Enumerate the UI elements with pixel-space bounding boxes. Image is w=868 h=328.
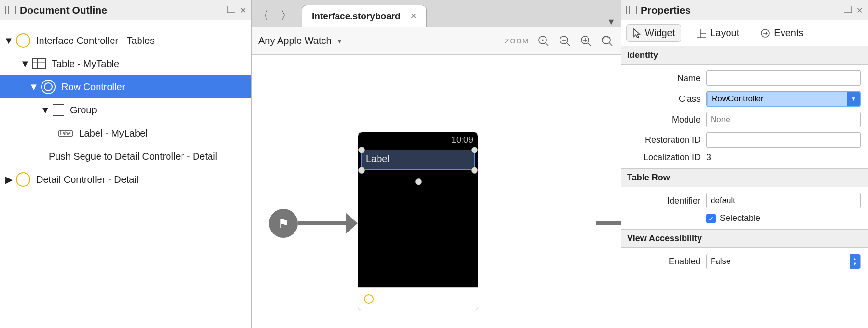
- tree-group[interactable]: ▼ Group: [0, 98, 251, 122]
- segue-arrowhead: [346, 213, 358, 233]
- tree-detail-controller[interactable]: ▶ Detail Controller - Detail: [0, 168, 251, 191]
- row-controller-icon: [41, 80, 56, 94]
- section-identity: Identity: [621, 46, 868, 65]
- tree-label: Detail Controller - Detail: [36, 174, 139, 185]
- tab-label: Layout: [710, 27, 739, 39]
- properties-title: Properties: [641, 4, 840, 16]
- selection-handle[interactable]: [358, 147, 365, 153]
- tree-label: Group: [70, 105, 97, 116]
- class-input[interactable]: [707, 91, 847, 107]
- svg-line-14: [609, 43, 612, 46]
- tree-label: Table - MyTable: [52, 58, 119, 69]
- tab-title: Interface.storyboard: [312, 11, 401, 22]
- label-badge-icon: Label: [58, 130, 73, 137]
- properties-panel-icon: [626, 6, 637, 14]
- close-icon[interactable]: ✕: [856, 6, 863, 15]
- disclosure-icon[interactable]: ▼: [41, 106, 50, 114]
- identifier-label: Identifier: [667, 196, 700, 206]
- class-combobox[interactable]: ▼: [706, 91, 861, 107]
- svg-rect-0: [5, 6, 16, 14]
- tree-row-controller[interactable]: ▼ Row Controller: [0, 75, 251, 98]
- tab-widget[interactable]: Widget: [626, 24, 681, 42]
- selection-handle[interactable]: [471, 147, 478, 153]
- identifier-field[interactable]: [706, 193, 861, 208]
- nav-forward-button[interactable]: 〉: [275, 4, 298, 27]
- entry-point-icon[interactable]: ⚑: [269, 209, 298, 238]
- tab-label: Widget: [645, 27, 675, 39]
- svg-line-4: [546, 43, 548, 46]
- design-canvas[interactable]: ⚑ 10:09 Label: [252, 55, 621, 328]
- scene-footer[interactable]: [358, 287, 478, 310]
- localization-id-value: 3: [706, 152, 861, 163]
- tab-label: Events: [774, 27, 803, 39]
- svg-rect-17: [844, 6, 852, 13]
- selectable-checkbox[interactable]: ✓ Selectable: [706, 213, 861, 223]
- tab-overflow-icon[interactable]: ▼: [602, 17, 621, 27]
- selection-handle[interactable]: [471, 167, 478, 174]
- svg-rect-15: [626, 6, 637, 14]
- tree-segue[interactable]: Push Segue to Detail Controller - Detail: [0, 145, 251, 168]
- svg-line-12: [588, 43, 591, 46]
- disclosure-icon[interactable]: ▼: [29, 82, 38, 91]
- enabled-label: Enabled: [669, 257, 700, 267]
- disclosure-icon[interactable]: ▶: [4, 175, 13, 184]
- module-field[interactable]: [706, 112, 861, 127]
- zoom-out-icon[interactable]: [558, 34, 572, 48]
- zoom-actual-icon[interactable]: [601, 34, 614, 48]
- disclosure-icon[interactable]: ▼: [4, 36, 13, 45]
- close-icon[interactable]: ✕: [240, 6, 246, 15]
- tree-interface-controller[interactable]: ▼ Interface Controller - Tables: [0, 29, 251, 52]
- properties-header: Properties ✕: [621, 0, 868, 20]
- group-icon: [53, 104, 64, 116]
- name-field[interactable]: [706, 70, 861, 86]
- selection-handle[interactable]: [358, 167, 365, 174]
- tree-table[interactable]: ▼ Table - MyTable: [0, 52, 251, 75]
- svg-point-5: [542, 39, 544, 41]
- class-label: Class: [679, 94, 700, 104]
- selected-row-label[interactable]: Label: [361, 150, 475, 170]
- zoom-in-icon[interactable]: [579, 34, 593, 48]
- updown-icon[interactable]: ▲▼: [850, 254, 860, 269]
- selection-handle[interactable]: [415, 178, 422, 185]
- editor-tab[interactable]: Interface.storyboard ✕: [302, 5, 427, 27]
- restore-icon[interactable]: [227, 6, 235, 15]
- zoom-label: ZOOM: [505, 37, 529, 45]
- enabled-select[interactable]: False ▲▼: [706, 254, 861, 269]
- editor-tab-bar: 〈 〉 Interface.storyboard ✕ ▼: [252, 0, 621, 27]
- tree-label: Row Controller: [61, 82, 125, 93]
- section-table-row: Table Row: [621, 168, 868, 187]
- tree-label: Interface Controller - Tables: [36, 35, 154, 46]
- tab-layout[interactable]: Layout: [691, 25, 745, 41]
- device-picker[interactable]: Any Apple Watch ▼: [258, 35, 343, 46]
- controller-ring-icon: [364, 294, 374, 304]
- controller-icon: [16, 33, 30, 48]
- layout-icon: [697, 29, 706, 38]
- watch-time: 10:09: [451, 135, 473, 145]
- editor-toolbar: Any Apple Watch ▼ ZOOM: [252, 27, 621, 55]
- controller-icon: [16, 172, 30, 187]
- properties-panel: Properties ✕ Widget Layout Events: [621, 0, 868, 328]
- tab-close-icon[interactable]: ✕: [410, 12, 417, 21]
- identity-grid: Name Class ▼ Module Restoration ID Local…: [621, 65, 868, 168]
- restore-icon[interactable]: [844, 6, 852, 15]
- zoom-fit-icon[interactable]: [537, 34, 550, 48]
- restoration-id-label: Restoration ID: [645, 135, 700, 145]
- tree-label-item[interactable]: Label Label - MyLabel: [0, 122, 251, 145]
- enabled-value: False: [707, 257, 850, 266]
- events-icon: [760, 28, 770, 38]
- outline-header: Document Outline ✕: [0, 0, 251, 20]
- outline-panel-icon: [5, 6, 16, 14]
- restoration-id-field[interactable]: [706, 132, 861, 148]
- tab-events[interactable]: Events: [755, 25, 809, 41]
- tree-label: Label - MyLabel: [79, 128, 147, 139]
- watch-scene[interactable]: 10:09 Label: [358, 132, 478, 310]
- nav-back-button[interactable]: 〈: [252, 4, 275, 27]
- watch-screen: 10:09 Label: [358, 132, 478, 287]
- row-label-text: Label: [366, 153, 390, 164]
- name-label: Name: [677, 73, 700, 83]
- disclosure-icon[interactable]: ▼: [21, 59, 29, 68]
- chevron-down-icon[interactable]: ▼: [847, 92, 860, 106]
- document-outline-panel: Document Outline ✕ ▼ Interface Controlle…: [0, 0, 252, 328]
- segue-out-arrow: [596, 221, 621, 225]
- outline-tree: ▼ Interface Controller - Tables ▼ Table …: [0, 20, 251, 191]
